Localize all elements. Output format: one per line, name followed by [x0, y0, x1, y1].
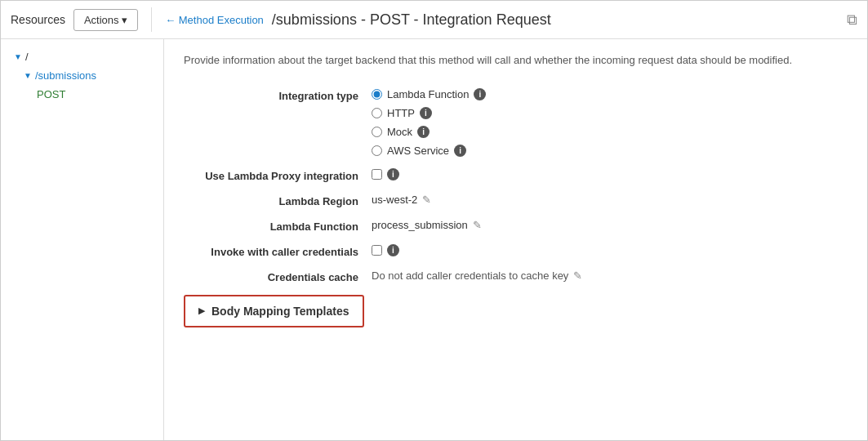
sidebar-root-label: / [25, 51, 29, 63]
credentials-cache-text: Do not add caller credentials to cache k… [372, 270, 568, 282]
integration-type-value: Lambda Function i HTTP i Mock i [372, 88, 486, 157]
resources-label: Resources [11, 13, 65, 26]
lambda-function-row-value: process_submission ✎ [372, 219, 482, 231]
content-area: Provide information about the target bac… [164, 39, 867, 440]
mock-radio[interactable] [372, 127, 382, 137]
http-option[interactable]: HTTP i [372, 107, 486, 119]
sidebar-submissions-label: /submissions [35, 69, 96, 82]
lambda-function-row-label: Lambda Function [184, 219, 372, 233]
copy-icon[interactable]: ⧉ [847, 11, 857, 29]
aws-service-radio[interactable] [372, 145, 382, 156]
integration-type-radio-group: Lambda Function i HTTP i Mock i [372, 88, 486, 157]
http-radio[interactable] [372, 108, 382, 118]
method-execution-link[interactable]: ← Method Execution [165, 14, 264, 26]
http-label: HTTP [387, 107, 415, 119]
lambda-function-label: Lambda Function [387, 88, 469, 100]
lambda-proxy-label: Use Lambda Proxy integration [184, 168, 372, 182]
sidebar-item-post[interactable]: POST [1, 85, 163, 104]
lambda-region-edit-icon[interactable]: ✎ [422, 194, 431, 206]
invoke-credentials-info-icon[interactable]: i [387, 244, 399, 256]
lambda-function-row: Lambda Function process_submission ✎ [184, 219, 848, 233]
sidebar-arrow-root: ▼ [14, 52, 22, 61]
lambda-proxy-info-icon[interactable]: i [387, 168, 399, 180]
sidebar: ▼ / ▼ /submissions POST [1, 39, 164, 440]
lambda-region-value: us-west-2 ✎ [372, 194, 431, 206]
invoke-credentials-row: Invoke with caller credentials i [184, 244, 848, 258]
lambda-function-option[interactable]: Lambda Function i [372, 88, 486, 100]
page-title: /submissions - POST - Integration Reques… [272, 11, 551, 29]
lambda-function-edit-icon[interactable]: ✎ [473, 219, 482, 231]
lambda-region-text: us-west-2 [372, 194, 417, 206]
body-mapping-label: Body Mapping Templates [211, 305, 349, 318]
mock-info-icon[interactable]: i [417, 126, 430, 138]
credentials-cache-label: Credentials cache [184, 270, 372, 283]
mock-label: Mock [387, 126, 412, 138]
invoke-credentials-checkbox[interactable] [372, 245, 382, 256]
sidebar-item-submissions[interactable]: ▼ /submissions [1, 66, 163, 85]
aws-service-label: AWS Service [387, 145, 449, 157]
aws-service-info-icon[interactable]: i [454, 145, 466, 157]
sidebar-arrow-submissions: ▼ [24, 71, 32, 80]
body-mapping-templates-section[interactable]: ▶ Body Mapping Templates [184, 295, 364, 327]
expand-arrow-icon: ▶ [198, 305, 205, 316]
lambda-function-radio[interactable] [372, 89, 382, 100]
main-layout: ▼ / ▼ /submissions POST Provide informat… [1, 39, 867, 440]
lambda-region-row: Lambda Region us-west-2 ✎ [184, 194, 848, 207]
credentials-cache-row: Credentials cache Do not add caller cred… [184, 270, 848, 283]
top-bar: Resources Actions ▾ ← Method Execution /… [1, 1, 867, 39]
mock-option[interactable]: Mock i [372, 126, 486, 138]
lambda-function-text: process_submission [372, 219, 468, 231]
invoke-credentials-label: Invoke with caller credentials [184, 244, 372, 258]
lambda-region-label: Lambda Region [184, 194, 372, 207]
sidebar-post-label: POST [37, 88, 65, 100]
credentials-cache-value: Do not add caller credentials to cache k… [372, 270, 582, 282]
credentials-cache-edit-icon[interactable]: ✎ [573, 270, 582, 282]
lambda-proxy-checkbox[interactable] [372, 169, 382, 180]
integration-type-row: Integration type Lambda Function i HTTP … [184, 88, 848, 157]
lambda-function-info-icon[interactable]: i [474, 88, 486, 100]
info-text: Provide information about the target bac… [184, 52, 848, 69]
http-info-icon[interactable]: i [420, 107, 432, 119]
invoke-credentials-value: i [372, 244, 399, 256]
actions-button[interactable]: Actions ▾ [73, 9, 138, 31]
divider [151, 7, 152, 32]
sidebar-item-root[interactable]: ▼ / [1, 47, 163, 66]
lambda-proxy-row: Use Lambda Proxy integration i [184, 168, 848, 182]
lambda-proxy-value: i [372, 168, 399, 180]
integration-type-label: Integration type [184, 88, 372, 102]
aws-service-option[interactable]: AWS Service i [372, 145, 486, 157]
